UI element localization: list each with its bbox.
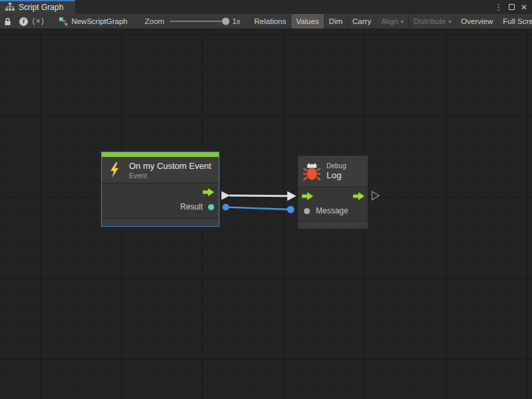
toggle-dim[interactable]: Dim — [325, 14, 347, 29]
control-output-port[interactable] — [353, 192, 364, 200]
toggle-values[interactable]: Values — [291, 14, 323, 29]
node-footer — [102, 219, 219, 226]
maximize-icon[interactable] — [509, 4, 515, 10]
full-screen-button[interactable]: Full Screen — [498, 14, 532, 29]
value-connection-line — [226, 207, 291, 210]
script-graph-window: Script Graph ⋮ ✕ i ⟨×⟩ — [0, 0, 532, 399]
node-surtitle: Debug — [327, 162, 346, 170]
lock-button[interactable] — [0, 14, 15, 29]
chevron-down-icon: ▾ — [448, 19, 451, 25]
result-output-port[interactable] — [208, 204, 214, 210]
menu-distribute[interactable]: Distribute ▾ — [409, 14, 456, 29]
bug-debug-icon — [303, 162, 321, 182]
graph-hierarchy-icon — [5, 3, 15, 11]
node-header: Debug Log — [298, 156, 368, 187]
node-on-my-custom-event[interactable]: On my Custom Event Event Result — [101, 152, 219, 227]
node-body: Result — [102, 184, 219, 218]
lightning-event-icon — [108, 162, 120, 178]
node-debug-log[interactable]: Debug Log Message — [297, 155, 368, 229]
tab-title: Script Graph — [19, 3, 63, 12]
toggle-relations[interactable]: Relations — [249, 14, 291, 29]
zoom-label: Zoom — [145, 17, 164, 25]
node-footer — [298, 221, 368, 229]
result-port-label: Result — [180, 202, 203, 211]
event-color-bar — [102, 152, 219, 157]
value-connection-end-dot[interactable] — [287, 206, 295, 213]
active-tab-indicator — [0, 0, 75, 1]
message-port-label: Message — [316, 206, 348, 215]
menu-align[interactable]: Align ▾ — [376, 14, 408, 29]
zoom-slider[interactable] — [170, 21, 227, 22]
unconnected-control-output-arrow[interactable] — [372, 192, 380, 200]
node-header: On my Custom Event Event — [102, 157, 219, 183]
control-input-arrow[interactable] — [287, 192, 297, 201]
overview-button[interactable]: Overview — [456, 14, 497, 29]
code-preview-button[interactable]: ⟨×⟩ — [32, 14, 45, 29]
node-body: Message — [298, 188, 368, 221]
value-connection-start-dot[interactable] — [223, 204, 229, 211]
window-controls: ⋮ ✕ — [495, 0, 532, 14]
lock-icon — [4, 17, 11, 26]
chevron-down-icon: ▾ — [401, 19, 404, 25]
zoom-value: 1x — [232, 17, 240, 25]
toggle-carry[interactable]: Carry — [348, 14, 376, 29]
more-options-icon[interactable]: ⋮ — [495, 3, 503, 11]
graph-toolbar: i ⟨×⟩ NewScriptGraph Zoom 1x Relations V — [0, 14, 532, 29]
graph-canvas[interactable]: On my Custom Event Event Result — [0, 29, 532, 399]
tab-bar: Script Graph ⋮ ✕ — [0, 0, 532, 14]
menu-distribute-label: Distribute — [414, 17, 446, 25]
graph-asset-selector[interactable]: NewScriptGraph — [59, 14, 127, 29]
node-title: Log — [327, 170, 346, 180]
control-output-port[interactable] — [203, 188, 214, 196]
view-toggle-group: Relations Values Dim Carry Align ▾ Distr… — [249, 14, 532, 29]
code-brackets-icon: ⟨×⟩ — [32, 17, 45, 26]
control-input-port[interactable] — [302, 192, 313, 200]
zoom-control: Zoom 1x — [145, 14, 241, 29]
control-output-arrow[interactable] — [221, 192, 230, 200]
message-input-port[interactable] — [304, 208, 310, 214]
info-icon: i — [19, 17, 28, 26]
connection-layer — [0, 29, 532, 399]
close-icon[interactable]: ✕ — [521, 3, 527, 11]
zoom-slider-handle[interactable] — [222, 18, 229, 25]
node-title: On my Custom Event — [129, 161, 211, 171]
node-subtitle: Event — [129, 172, 211, 180]
menu-align-label: Align — [381, 17, 398, 25]
info-button[interactable]: i — [15, 14, 32, 29]
script-graph-asset-icon — [59, 17, 68, 26]
tab-script-graph[interactable]: Script Graph — [0, 0, 75, 14]
control-connection-line — [229, 196, 287, 196]
graph-asset-name: NewScriptGraph — [71, 17, 127, 25]
